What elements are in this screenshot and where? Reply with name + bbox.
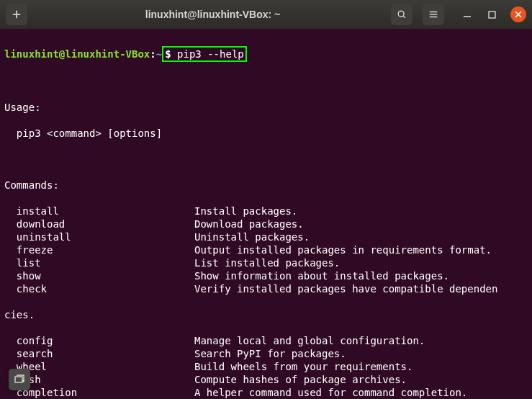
command-desc: Show information about installed package… bbox=[194, 269, 449, 282]
close-button[interactable] bbox=[510, 6, 526, 22]
command-desc: Uninstall packages. bbox=[194, 230, 310, 243]
plus-icon bbox=[12, 9, 22, 19]
command-row: freezeOutput installed packages in requi… bbox=[4, 243, 528, 256]
typed-command: pip3 --help bbox=[177, 48, 244, 60]
command-desc: Output installed packages in requirement… bbox=[194, 243, 492, 256]
new-tab-fab-icon bbox=[14, 374, 25, 385]
command-row: showShow information about installed pac… bbox=[4, 269, 528, 282]
menu-button[interactable] bbox=[423, 4, 444, 25]
prompt-path: ~ bbox=[156, 48, 162, 60]
command-name: show bbox=[4, 269, 194, 282]
command-desc: Search PyPI for packages. bbox=[194, 347, 346, 360]
command-row: uninstallUninstall packages. bbox=[4, 230, 528, 243]
command-desc: List installed packages. bbox=[194, 256, 340, 269]
command-row: listList installed packages. bbox=[4, 256, 528, 269]
usage-line: pip3 <command> [options] bbox=[4, 127, 528, 140]
maximize-icon bbox=[488, 11, 496, 19]
command-name: list bbox=[4, 256, 194, 269]
commands-header: Commands: bbox=[4, 179, 528, 192]
minimize-icon bbox=[463, 10, 472, 19]
command-name: install bbox=[4, 205, 194, 218]
maximize-button[interactable] bbox=[486, 9, 497, 20]
command-desc: A helper command used for command comple… bbox=[194, 386, 467, 399]
terminal-output[interactable]: linuxhint@linuxhint-VBox:~$ pip3 --help … bbox=[0, 29, 532, 399]
command-desc: Install packages. bbox=[194, 205, 297, 218]
command-name: wheel bbox=[4, 360, 194, 373]
close-icon bbox=[515, 11, 522, 18]
hamburger-icon bbox=[428, 9, 438, 19]
command-name: hash bbox=[4, 373, 194, 386]
prompt-dollar: $ bbox=[165, 48, 177, 60]
command-name: download bbox=[4, 218, 194, 230]
command-row: downloadDownload packages. bbox=[4, 218, 528, 230]
blank-line bbox=[4, 153, 528, 166]
command-desc: Build wheels from your requirements. bbox=[194, 360, 412, 373]
command-desc: Compute hashes of package archives. bbox=[194, 373, 407, 386]
prompt-line: linuxhint@linuxhint-VBox:~$ pip3 --help bbox=[4, 46, 528, 62]
prompt-user-host: linuxhint@linuxhint-VBox bbox=[4, 48, 150, 60]
command-name: config bbox=[4, 334, 194, 347]
svg-rect-2 bbox=[15, 377, 22, 382]
new-tab-fab[interactable] bbox=[9, 369, 30, 390]
titlebar: linuxhint@linuxhint-VBox: ~ bbox=[0, 0, 532, 29]
command-desc: Download packages. bbox=[194, 218, 304, 230]
svg-rect-1 bbox=[489, 12, 495, 18]
blank-line bbox=[4, 75, 528, 88]
command-name: check bbox=[4, 282, 194, 295]
command-row: hashCompute hashes of package archives. bbox=[4, 373, 528, 386]
command-desc: Verify installed packages have compatibl… bbox=[194, 282, 497, 295]
search-icon bbox=[397, 9, 407, 19]
command-row: wheelBuild wheels from your requirements… bbox=[4, 360, 528, 373]
command-row: checkVerify installed packages have comp… bbox=[4, 282, 528, 295]
command-name: freeze bbox=[4, 243, 194, 256]
command-row: searchSearch PyPI for packages. bbox=[4, 347, 528, 360]
prompt-colon: : bbox=[150, 48, 155, 60]
command-row: configManage local and global configurat… bbox=[4, 334, 528, 347]
new-tab-button[interactable] bbox=[6, 4, 27, 25]
command-row: completionA helper command used for comm… bbox=[4, 386, 528, 399]
check-wrap-line: cies. bbox=[4, 308, 528, 321]
window-title: linuxhint@linuxhint-VBox: ~ bbox=[35, 9, 391, 20]
command-name: uninstall bbox=[4, 230, 194, 243]
svg-point-0 bbox=[398, 11, 404, 17]
minimize-button[interactable] bbox=[461, 9, 473, 20]
search-button[interactable] bbox=[391, 4, 412, 25]
command-highlight-box: $ pip3 --help bbox=[162, 46, 247, 62]
command-name: search bbox=[4, 347, 194, 360]
command-desc: Manage local and global configuration. bbox=[194, 334, 425, 347]
command-name: completion bbox=[4, 386, 194, 399]
usage-header: Usage: bbox=[4, 101, 528, 114]
command-row: installInstall packages. bbox=[4, 205, 528, 218]
